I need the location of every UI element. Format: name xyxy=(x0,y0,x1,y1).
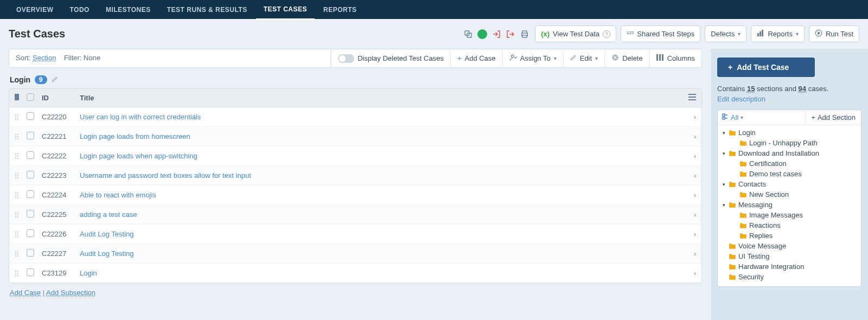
view-test-data-button[interactable]: (x)View Test Data? xyxy=(535,25,616,42)
drag-handle-icon[interactable] xyxy=(15,133,27,140)
case-title-link[interactable]: adding a test case xyxy=(80,210,137,219)
case-title-link[interactable]: Login page loads from homescreen xyxy=(80,132,190,140)
sort-filter-box[interactable]: Sort: Section Filter: None xyxy=(9,49,331,67)
tree-node[interactable]: Replies xyxy=(721,231,858,241)
triangle-down-icon[interactable]: ▾ xyxy=(721,182,726,187)
tree-node[interactable]: ▾Messaging xyxy=(721,200,858,210)
drag-handle-icon[interactable] xyxy=(15,191,27,199)
row-checkbox[interactable] xyxy=(27,268,34,276)
case-title-link[interactable]: Audit Log Testing xyxy=(80,230,134,238)
tree-node[interactable]: Hardware Integration xyxy=(721,261,858,272)
table-row[interactable]: C22226Audit Log Testing› xyxy=(9,225,701,244)
table-row[interactable]: C22224Able to react with emojis› xyxy=(9,185,701,205)
expand-row-icon[interactable]: › xyxy=(680,132,696,140)
copy-icon[interactable] xyxy=(463,29,473,39)
add-case-button[interactable]: +Add Case xyxy=(450,49,502,67)
tree-node[interactable]: Security xyxy=(721,272,858,282)
nav-tab-test-cases[interactable]: TEST CASES xyxy=(256,0,315,20)
expand-row-icon[interactable]: › xyxy=(680,152,696,160)
add-case-link[interactable]: Add Case xyxy=(10,289,41,297)
print-icon[interactable] xyxy=(520,29,529,39)
tree-node[interactable]: Login - Unhappy Path xyxy=(721,138,858,148)
table-row[interactable]: C22220User can log in with correct crede… xyxy=(9,107,701,127)
tree-node[interactable]: Image Messages xyxy=(721,210,858,220)
tree-node[interactable]: Reactions xyxy=(721,220,858,231)
import-icon[interactable] xyxy=(477,29,487,39)
add-test-case-button[interactable]: +Add Test Case xyxy=(717,57,815,77)
nav-tab-todo[interactable]: TODO xyxy=(62,1,97,19)
tree-node[interactable]: Demo test cases xyxy=(721,169,858,179)
case-title-link[interactable]: Login page loads when app-switching xyxy=(80,152,197,160)
reports-button[interactable]: Reports▾ xyxy=(751,25,805,42)
assign-to-button[interactable]: Assign To▾ xyxy=(502,49,563,67)
expand-row-icon[interactable]: › xyxy=(680,113,696,121)
expand-row-icon[interactable]: › xyxy=(680,230,696,238)
tree-node[interactable]: Certification xyxy=(721,158,858,169)
arrow-out-icon[interactable] xyxy=(506,29,515,39)
case-title-link[interactable]: Audit Log Testing xyxy=(80,249,134,258)
svg-rect-10 xyxy=(656,54,658,61)
add-subsection-link[interactable]: Add Subsection xyxy=(46,289,95,297)
shared-test-steps-button[interactable]: ¹²³Shared Test Steps xyxy=(621,25,700,42)
drag-handle-icon[interactable] xyxy=(15,172,27,179)
drag-handle-icon[interactable] xyxy=(15,113,27,120)
tree-node[interactable]: ▾Login xyxy=(721,127,858,138)
drag-handle-icon[interactable] xyxy=(15,211,27,218)
nav-tab-reports[interactable]: REPORTS xyxy=(316,1,365,19)
table-row[interactable]: C22223Username and password text boxes a… xyxy=(9,166,701,185)
tree-node[interactable]: ▾Contacts xyxy=(721,179,858,189)
triangle-down-icon[interactable]: ▾ xyxy=(721,202,726,208)
nav-tab-test-runs-results[interactable]: TEST RUNS & RESULTS xyxy=(159,1,255,19)
arrow-in-icon[interactable] xyxy=(492,29,501,39)
tree-node[interactable]: ▾Download and Installation xyxy=(721,148,858,158)
expand-row-icon[interactable]: › xyxy=(680,249,696,258)
nav-tab-milestones[interactable]: MILESTONES xyxy=(98,1,158,19)
table-row[interactable]: C22221Login page loads from homescreen› xyxy=(9,127,701,146)
drag-handle-icon[interactable] xyxy=(15,152,27,159)
triangle-down-icon[interactable]: ▾ xyxy=(721,130,726,136)
run-test-button[interactable]: Run Test xyxy=(809,25,859,42)
edit-description-link[interactable]: Edit description xyxy=(717,95,861,103)
add-section-button[interactable]: +Add Section xyxy=(805,110,861,125)
edit-section-icon[interactable] xyxy=(52,76,58,84)
tree-node[interactable]: Voice Message xyxy=(721,241,858,251)
row-checkbox[interactable] xyxy=(27,132,34,139)
title-column-header[interactable]: Title xyxy=(80,94,680,102)
drag-handle-icon[interactable] xyxy=(15,231,27,238)
view-options-icon[interactable] xyxy=(680,94,696,102)
id-column-header[interactable]: ID xyxy=(42,94,80,102)
display-deleted-toggle[interactable]: Display Deleted Test Cases xyxy=(331,49,450,67)
expand-row-icon[interactable]: › xyxy=(680,269,696,277)
tree-node[interactable]: UI Testing xyxy=(721,251,858,261)
nav-tab-overview[interactable]: OVERVIEW xyxy=(9,1,61,19)
row-checkbox[interactable] xyxy=(27,171,34,178)
triangle-down-icon[interactable]: ▾ xyxy=(721,151,726,156)
edit-button[interactable]: Edit▾ xyxy=(563,49,604,67)
case-title-link[interactable]: Able to react with emojis xyxy=(80,191,156,199)
row-checkbox[interactable] xyxy=(27,112,34,120)
expand-row-icon[interactable]: › xyxy=(680,210,696,219)
row-checkbox[interactable] xyxy=(27,249,34,257)
case-title-link[interactable]: Username and password text boxes allow f… xyxy=(80,171,251,180)
row-checkbox[interactable] xyxy=(27,151,34,159)
table-row[interactable]: C23129Login› xyxy=(9,264,701,283)
toggle-off-icon[interactable] xyxy=(338,54,354,63)
defects-button[interactable]: Defects▾ xyxy=(705,25,746,42)
tree-all-toggle[interactable]: All ▾ xyxy=(718,110,805,125)
table-row[interactable]: C22227Audit Log Testing› xyxy=(9,244,701,264)
tree-node[interactable]: New Section xyxy=(721,189,858,200)
row-checkbox[interactable] xyxy=(27,229,34,237)
table-row[interactable]: C22225adding a test case› xyxy=(9,205,701,225)
select-all-checkbox[interactable] xyxy=(27,93,34,101)
expand-row-icon[interactable]: › xyxy=(680,171,696,180)
case-title-link[interactable]: User can log in with correct credentials xyxy=(80,113,201,121)
case-title-link[interactable]: Login xyxy=(80,269,97,277)
drag-handle-icon[interactable] xyxy=(15,250,27,257)
drag-handle-icon[interactable] xyxy=(15,270,27,277)
delete-button[interactable]: Delete xyxy=(604,49,649,67)
columns-button[interactable]: Columns xyxy=(649,49,701,67)
table-row[interactable]: C22222Login page loads when app-switchin… xyxy=(9,146,701,166)
expand-row-icon[interactable]: › xyxy=(680,191,696,199)
row-checkbox[interactable] xyxy=(27,190,34,198)
row-checkbox[interactable] xyxy=(27,210,34,217)
